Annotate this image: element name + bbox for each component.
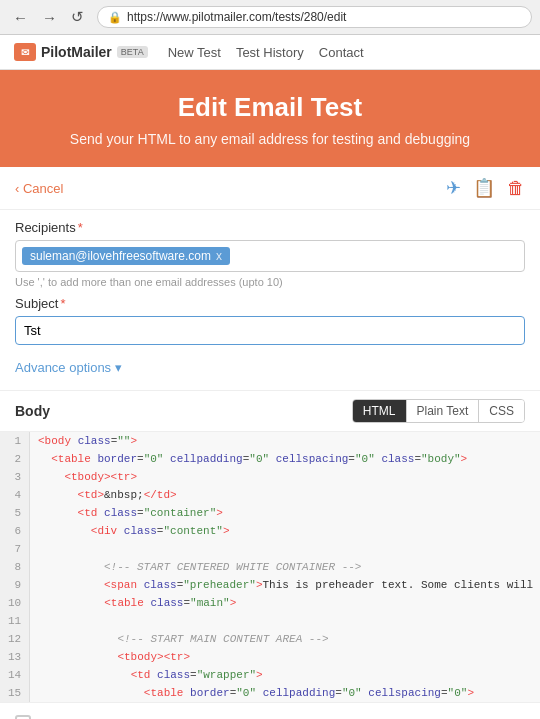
code-line-12: 12 <!-- START MAIN CONTENT AREA -->	[0, 630, 540, 648]
required-mark: *	[78, 220, 83, 235]
auto-send-checkbox[interactable]	[15, 715, 31, 719]
line-num-3: 3	[0, 468, 30, 486]
refresh-button[interactable]: ↺	[66, 6, 89, 28]
main-content: ‹ Cancel ✈ 📋 🗑 Recipients* suleman@ilove…	[0, 167, 540, 719]
body-section: Body HTML Plain Text CSS 1 <body class="…	[0, 390, 540, 702]
line-num-11: 11	[0, 612, 30, 630]
subject-input[interactable]	[15, 316, 525, 345]
code-line-13: 13 <tbody><tr>	[0, 648, 540, 666]
send-icon[interactable]: ✈	[446, 177, 461, 199]
forward-button[interactable]: →	[37, 7, 62, 28]
line-content-9: <span class="preheader">This is preheade…	[30, 576, 540, 594]
tab-buttons: HTML Plain Text CSS	[352, 399, 525, 423]
line-num-10: 10	[0, 594, 30, 612]
line-content-6: <div class="content">	[30, 522, 237, 540]
toolbar-icons: ✈ 📋 🗑	[446, 177, 525, 199]
code-line-15: 15 <table border="0" cellpadding="0" cel…	[0, 684, 540, 702]
line-num-14: 14	[0, 666, 30, 684]
line-num-6: 6	[0, 522, 30, 540]
line-content-4: <td>&nbsp;</td>	[30, 486, 185, 504]
nav-contact[interactable]: Contact	[319, 45, 364, 60]
footer-section: Automatically send mail after saving thi…	[0, 702, 540, 719]
code-line-9: 9 <span class="preheader">This is prehea…	[0, 576, 540, 594]
code-line-6: 6 <div class="content">	[0, 522, 540, 540]
line-content-13: <tbody><tr>	[30, 648, 198, 666]
address-bar[interactable]: 🔒 https://www.pilotmailer.com/tests/280/…	[97, 6, 532, 28]
line-content-8: <!-- START CENTERED WHITE CONTAINER -->	[30, 558, 369, 576]
line-num-2: 2	[0, 450, 30, 468]
code-line-10: 10 <table class="main">	[0, 594, 540, 612]
lock-icon: 🔒	[108, 11, 122, 24]
email-tag-text: suleman@ilovehfreesoftware.com	[30, 249, 211, 263]
line-content-14: <td class="wrapper">	[30, 666, 271, 684]
form-section: Recipients* suleman@ilovehfreesoftware.c…	[0, 210, 540, 350]
hint-text: Use ',' to add more than one email addre…	[15, 276, 525, 288]
browser-chrome: ← → ↺ 🔒 https://www.pilotmailer.com/test…	[0, 0, 540, 35]
line-num-13: 13	[0, 648, 30, 666]
tab-html[interactable]: HTML	[353, 400, 407, 422]
app-bar: ✉ PilotMailer BETA New Test Test History…	[0, 35, 540, 70]
advance-options[interactable]: Advance options ▾	[0, 350, 540, 385]
url-text: https://www.pilotmailer.com/tests/280/ed…	[127, 10, 346, 24]
body-header: Body HTML Plain Text CSS	[0, 391, 540, 423]
line-num-15: 15	[0, 684, 30, 702]
line-content-1: <body class="">	[30, 432, 145, 450]
edit-toolbar: ‹ Cancel ✈ 📋 🗑	[0, 167, 540, 210]
tag-input[interactable]: suleman@ilovehfreesoftware.com x	[15, 240, 525, 272]
code-line-5: 5 <td class="container">	[0, 504, 540, 522]
cancel-button[interactable]: ‹ Cancel	[15, 181, 63, 196]
footer-text: Automatically send mail after saving thi…	[41, 716, 304, 720]
line-num-5: 5	[0, 504, 30, 522]
app-logo: ✉ PilotMailer BETA	[14, 43, 148, 61]
code-line-8: 8 <!-- START CENTERED WHITE CONTAINER --…	[0, 558, 540, 576]
subject-label: Subject*	[15, 296, 525, 311]
beta-badge: BETA	[117, 46, 148, 58]
code-line-4: 4 <td>&nbsp;</td>	[0, 486, 540, 504]
line-content-15: <table border="0" cellpadding="0" cellsp…	[30, 684, 482, 702]
line-num-7: 7	[0, 540, 30, 558]
nav-buttons: ← → ↺	[8, 6, 89, 28]
tab-css[interactable]: CSS	[479, 400, 524, 422]
delete-icon[interactable]: 🗑	[507, 178, 525, 199]
line-num-1: 1	[0, 432, 30, 450]
line-num-4: 4	[0, 486, 30, 504]
line-num-12: 12	[0, 630, 30, 648]
remove-tag-button[interactable]: x	[216, 249, 222, 263]
code-line-2: 2 <table border="0" cellpadding="0" cell…	[0, 450, 540, 468]
email-tag: suleman@ilovehfreesoftware.com x	[22, 247, 230, 265]
line-content-3: <tbody><tr>	[30, 468, 145, 486]
line-num-8: 8	[0, 558, 30, 576]
nav-test-history[interactable]: Test History	[236, 45, 304, 60]
nav-links: New Test Test History Contact	[168, 45, 364, 60]
code-line-11: 11	[0, 612, 540, 630]
logo-text: PilotMailer	[41, 44, 112, 60]
nav-new-test[interactable]: New Test	[168, 45, 221, 60]
tab-plain-text[interactable]: Plain Text	[407, 400, 480, 422]
recipients-label: Recipients*	[15, 220, 525, 235]
logo-icon: ✉	[14, 43, 36, 61]
browser-toolbar: ← → ↺ 🔒 https://www.pilotmailer.com/test…	[0, 0, 540, 34]
line-content-11	[30, 612, 46, 630]
line-content-10: <table class="main">	[30, 594, 244, 612]
code-line-7: 7	[0, 540, 540, 558]
code-editor[interactable]: 1 <body class=""> 2 <table border="0" ce…	[0, 431, 540, 702]
line-content-12: <!-- START MAIN CONTENT AREA -->	[30, 630, 336, 648]
line-content-7	[30, 540, 46, 558]
line-num-9: 9	[0, 576, 30, 594]
body-label: Body	[15, 403, 50, 419]
copy-icon[interactable]: 📋	[473, 177, 495, 199]
code-line-14: 14 <td class="wrapper">	[0, 666, 540, 684]
hero-section: Edit Email Test Send your HTML to any em…	[0, 70, 540, 167]
hero-title: Edit Email Test	[20, 92, 520, 123]
code-line-3: 3 <tbody><tr>	[0, 468, 540, 486]
subject-required: *	[60, 296, 65, 311]
line-content-2: <table border="0" cellpadding="0" cellsp…	[30, 450, 475, 468]
hero-subtitle: Send your HTML to any email address for …	[20, 131, 520, 147]
code-line-1: 1 <body class="">	[0, 432, 540, 450]
back-button[interactable]: ←	[8, 7, 33, 28]
line-content-5: <td class="container">	[30, 504, 231, 522]
